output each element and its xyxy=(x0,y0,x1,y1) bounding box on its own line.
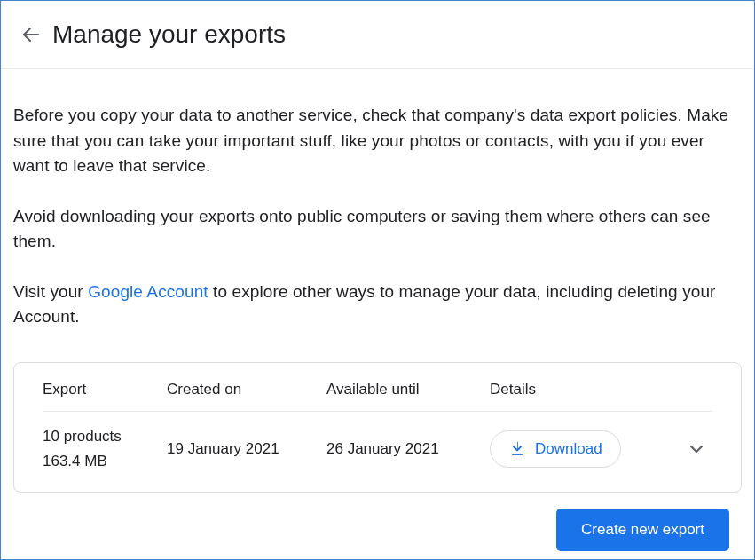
expand-button[interactable] xyxy=(680,433,712,465)
table-header-row: Export Created on Available until Detail… xyxy=(43,381,712,412)
content-area: Before you copy your data to another ser… xyxy=(1,69,754,560)
cell-export: 10 products 163.4 MB xyxy=(43,428,167,470)
cell-available-date: 26 January 2021 xyxy=(326,440,490,458)
create-new-export-button[interactable]: Create new export xyxy=(556,509,729,551)
exports-table: Export Created on Available until Detail… xyxy=(13,362,742,493)
page-header: Manage your exports xyxy=(1,1,754,69)
cell-details: Download xyxy=(490,430,712,468)
column-header-created: Created on xyxy=(167,381,326,398)
google-account-link[interactable]: Google Account xyxy=(88,282,208,301)
cell-created-date: 19 January 2021 xyxy=(167,440,326,458)
column-header-export: Export xyxy=(43,381,167,398)
download-button[interactable]: Download xyxy=(490,430,621,468)
page-title: Manage your exports xyxy=(52,20,286,49)
chevron-down-icon xyxy=(686,438,707,460)
export-product-count: 10 products xyxy=(43,428,167,446)
intro-paragraph-3: Visit your Google Account to explore oth… xyxy=(13,280,742,330)
intro-text-pre: Visit your xyxy=(13,282,88,301)
table-row: 10 products 163.4 MB 19 January 2021 26 … xyxy=(43,412,712,474)
intro-paragraph-1: Before you copy your data to another ser… xyxy=(13,103,742,179)
back-button[interactable] xyxy=(13,17,49,52)
download-label: Download xyxy=(535,440,602,458)
intro-paragraph-2: Avoid downloading your exports onto publ… xyxy=(13,204,742,255)
footer-actions: Create new export xyxy=(13,493,742,551)
arrow-left-icon xyxy=(20,24,42,45)
download-icon xyxy=(508,440,526,458)
column-header-details: Details xyxy=(490,381,712,398)
export-size: 163.4 MB xyxy=(43,453,167,470)
column-header-available: Available until xyxy=(326,381,490,398)
